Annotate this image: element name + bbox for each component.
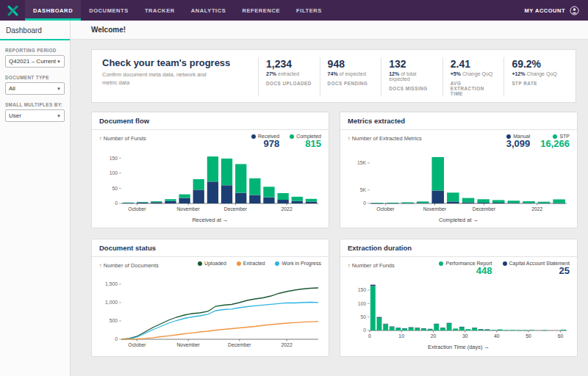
x-axis-label: Received at → (99, 217, 321, 223)
svg-text:100: 100 (110, 170, 118, 176)
nav-item-reference[interactable]: REFERENCE (234, 0, 288, 21)
nav-item-label: TRACKER (145, 7, 175, 14)
svg-text:0: 0 (115, 200, 118, 206)
legend-dot (237, 261, 241, 266)
legend-dot (251, 134, 256, 139)
nav-item-filters[interactable]: FILTERS (288, 0, 330, 21)
extraction-duration-chart: 0501001500102030405060 (348, 278, 570, 340)
chart-title: Document flow (92, 112, 329, 130)
main-content: Welcome! Check your team's progress Conf… (71, 21, 588, 376)
x-axis-label: Extraction Time (days) → (348, 344, 570, 350)
small-multiples-select[interactable]: User ▼ (5, 109, 65, 122)
document-status-chart: 05001,0001,500OctoberNovemberDecember202… (99, 278, 321, 349)
nav-item-label: DASHBOARD (33, 7, 73, 14)
svg-text:5K: 5K (360, 187, 367, 192)
stat-docs-missing: 132 12%of total expected DOCS MISSING (381, 57, 442, 96)
svg-text:2022: 2022 (282, 342, 293, 347)
logo-icon (7, 5, 18, 16)
welcome-banner: Welcome! (71, 21, 588, 40)
document-type-select[interactable]: All ▼ (5, 82, 65, 95)
stat-label: DOCS PENDING (328, 81, 374, 86)
nav-item-tracker[interactable]: TRACKER (137, 0, 183, 21)
svg-text:November: November (176, 342, 200, 347)
stat-value: 1,234 (266, 58, 312, 70)
chart-title: Metrics extracted (340, 112, 577, 130)
svg-text:0: 0 (115, 336, 118, 341)
stat-docs-pending: 948 74%of expected DOCS PENDING (320, 57, 381, 96)
svg-text:30: 30 (462, 333, 468, 339)
chart-card-metrics-extracted: Metrics extracted ↑ Number of Extracted … (340, 112, 578, 228)
nav-item-dashboard[interactable]: DASHBOARD (25, 0, 81, 21)
stat-label: AVG EXTRACTION TIME (451, 81, 497, 96)
svg-text:November: November (176, 206, 200, 212)
stat-change: 74%of expected (328, 71, 374, 76)
svg-text:2022: 2022 (531, 206, 542, 212)
chart-title: Extraction duration (340, 239, 577, 257)
account-icon (570, 6, 579, 15)
nav-item-label: DOCUMENTS (89, 7, 129, 14)
my-account-button[interactable]: MY ACCOUNT (516, 0, 588, 21)
svg-text:40: 40 (494, 333, 500, 339)
legend-extracted: Extracted (237, 261, 265, 266)
stat-value: 948 (328, 58, 374, 70)
svg-text:October: October (128, 342, 146, 347)
stat-change: +12%Change QoQ (512, 71, 558, 76)
legend-dot (275, 261, 279, 266)
stat-stp-rate: 69.2% +12%Change QoQ STP RATE (503, 57, 565, 96)
svg-text:1,000: 1,000 (105, 300, 118, 305)
legend-value: 3,099 (506, 139, 531, 149)
svg-text:150: 150 (358, 287, 367, 292)
legend-capital-account-statement: Capital Account Statement 25 (503, 261, 570, 276)
svg-text:December: December (224, 206, 248, 212)
top-nav: DASHBOARD DOCUMENTS TRACKER ANALYTICS RE… (0, 0, 588, 21)
small-multiples-label: SMALL MULTIPLES BY: (5, 102, 65, 107)
chart-card-document-flow: Document flow ↑ Number of Funds Received… (91, 112, 329, 228)
svg-text:November: November (423, 206, 447, 212)
legend-work-in-progress: Work in Progress (275, 261, 321, 266)
my-account-label: MY ACCOUNT (525, 7, 565, 14)
nav-item-label: FILTERS (296, 7, 322, 14)
legend-uploaded: Uploaded (198, 261, 226, 266)
stat-change: 12%of total expected (389, 71, 435, 82)
small-multiples-value: User (9, 112, 21, 119)
y-axis-label: ↑ Number of Extracted Metrics (348, 134, 422, 142)
legend-stp: STP 16,266 (540, 134, 570, 149)
svg-text:50: 50 (112, 186, 118, 191)
stat-value: 2.41 (451, 58, 497, 70)
sidebar-title: Dashboard (0, 21, 70, 40)
svg-text:December: December (473, 206, 496, 212)
svg-text:0: 0 (368, 333, 371, 339)
legend-manual: Manual 3,099 (506, 134, 531, 149)
kpi-subtitle: Confirm document meta data, network and … (102, 71, 212, 87)
legend-value: 978 (263, 139, 279, 149)
y-axis-label: ↑ Number of Funds (99, 134, 146, 142)
stat-change: +5%Change QoQ (451, 71, 497, 76)
legend-value: 448 (476, 266, 492, 276)
y-axis-label: ↑ Number of Documents (99, 261, 159, 269)
x-axis-label: Completed at → (348, 217, 570, 223)
app-logo (0, 0, 25, 21)
chevron-down-icon: ▼ (57, 87, 61, 91)
reporting-period-value: Q42021 – Current (9, 58, 56, 65)
svg-text:October: October (376, 206, 395, 212)
nav-item-documents[interactable]: DOCUMENTS (81, 0, 137, 21)
nav-item-label: REFERENCE (242, 7, 280, 14)
svg-text:December: December (228, 342, 251, 347)
nav-item-analytics[interactable]: ANALYTICS (183, 0, 234, 21)
legend-dot (198, 261, 202, 266)
stat-value: 132 (389, 58, 435, 70)
legend-value: 815 (305, 139, 321, 149)
reporting-period-select[interactable]: Q42021 – Current ▼ (5, 55, 65, 68)
y-axis-label: ↑ Number of Funds (348, 261, 395, 269)
legend-dot (503, 261, 507, 266)
svg-text:150: 150 (110, 156, 118, 161)
chevron-down-icon: ▼ (57, 59, 61, 64)
svg-text:20: 20 (431, 333, 437, 339)
svg-text:50: 50 (360, 314, 366, 319)
svg-text:100: 100 (358, 301, 367, 306)
stat-label: STP RATE (512, 81, 558, 86)
metrics-extracted-chart: 05K15KOctoberNovemberDecember2022 (348, 151, 570, 213)
stat-label: DOCS MISSING (389, 86, 435, 91)
legend-dot (439, 261, 443, 266)
chart-title: Document status (92, 239, 329, 257)
